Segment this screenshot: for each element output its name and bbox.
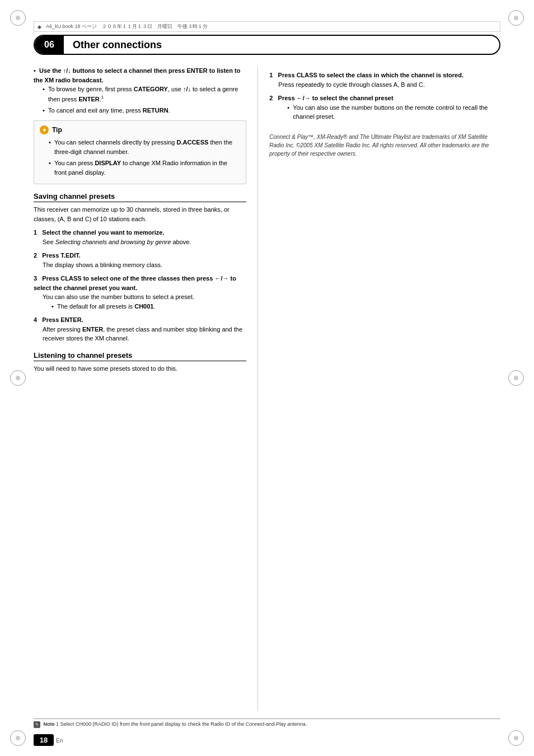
step-3-default: The default for all presets is CH001. (51, 302, 246, 311)
step-2-title: Press T.EDIT. (42, 252, 80, 259)
step-1-body: See Selecting channels and browsing by g… (43, 237, 246, 247)
corner-mark-br (508, 730, 524, 746)
right-step-1-body: Press repeatedly to cycle through classe… (278, 80, 500, 90)
note-icon: ✎ (34, 721, 40, 728)
chapter-title: Other connections (64, 39, 162, 51)
step-1-number: 1 (34, 229, 42, 236)
listening-intro: You will need to have some presets store… (34, 364, 246, 374)
tip-bullet-1: You can select channels directly by pres… (49, 138, 240, 156)
sub-bullet-2: To cancel and exit any time, press RETUR… (43, 106, 246, 115)
right-column: 1 Press CLASS to select the class in whi… (257, 66, 500, 711)
step-4-body: After pressing ENTER, the preset class a… (43, 325, 246, 343)
step-3: 3 Press CLASS to select one of the three… (34, 274, 246, 311)
corner-mark-mr (508, 370, 524, 386)
tip-header: ✦ Tip (40, 125, 240, 134)
step-3-body: You can also use the number buttons to s… (43, 292, 246, 311)
step-4-title: Press ENTER. (42, 316, 83, 323)
step-3-title: Press CLASS to select one of the three c… (34, 275, 236, 291)
corner-mark-ml (10, 370, 26, 386)
file-bar-text: A6_kU.book 18 ページ ２０６年１１月１３日 月曜日 午後３時１分 (46, 23, 208, 30)
sub-bullet-list: To browse by genre, first press CATEGORY… (43, 85, 246, 115)
corner-mark-bl (10, 730, 26, 746)
note-section: ✎ Note 1 Select CH000 (RADIO ID) from th… (34, 718, 500, 728)
right-step-1-title: Press CLASS to select the class in which… (278, 72, 463, 78)
file-bar-arrow: ◆ (38, 24, 41, 30)
chapter-header: 06 Other connections (34, 35, 500, 55)
sub-bullet-1: To browse by genre, first press CATEGORY… (43, 85, 246, 104)
trademark-text: Connect & Play™, XM-Ready® and The Ultim… (269, 133, 500, 158)
content-area: • Use the ↑/↓ buttons to select a channe… (34, 66, 500, 711)
step-3-number: 3 (34, 275, 42, 282)
tip-bullets: You can select channels directly by pres… (49, 138, 240, 177)
right-step-2-bullets: You can also use the number buttons on t… (287, 103, 500, 122)
corner-mark-tl (10, 10, 26, 26)
file-bar: ◆ A6_kU.book 18 ページ ２０６年１１月１３日 月曜日 午後３時１… (34, 21, 500, 32)
right-step-2-number: 2 (269, 95, 278, 101)
right-step-2-body: You can also use the number buttons on t… (278, 103, 500, 122)
note-label: Note (44, 721, 55, 727)
right-step-1: 1 Press CLASS to select the class in whi… (269, 71, 500, 89)
saving-heading: Saving channel presets (34, 192, 246, 202)
right-step-2: 2 Press ←/→ to select the channel preset… (269, 94, 500, 122)
step-2-body: The display shows a blinking memory clas… (43, 260, 246, 270)
step-4-number: 4 (34, 316, 42, 323)
right-step-2-bullet-1: You can also use the number buttons on t… (287, 103, 500, 122)
step-2-number: 2 (34, 252, 42, 259)
tip-bullet-2: You can press DISPLAY to change XM Radio… (49, 158, 240, 177)
note-text: 1 Select CH000 (RADIO ID) from the front… (56, 721, 307, 727)
main-bullet-block: • Use the ↑/↓ buttons to select a channe… (34, 66, 246, 115)
tip-label: Tip (52, 126, 62, 134)
chapter-number: 06 (35, 36, 64, 54)
step-3-sub: The default for all presets is CH001. (51, 302, 246, 311)
step-1: 1 Select the channel you want to memoriz… (34, 228, 246, 246)
page-number: 18 (34, 734, 54, 746)
tip-box: ✦ Tip You can select channels directly b… (34, 120, 246, 184)
right-step-2-title: Press ←/→ to select the channel preset (278, 95, 394, 101)
listening-heading: Listening to channel presets (34, 351, 246, 361)
main-bullet-text: Use the ↑/↓ buttons to select a channel … (34, 67, 240, 83)
left-column: • Use the ↑/↓ buttons to select a channe… (34, 66, 257, 711)
page-lang: En (56, 738, 63, 744)
tip-icon: ✦ (40, 125, 49, 134)
step-2: 2 Press T.EDIT. The display shows a blin… (34, 251, 246, 269)
corner-mark-tr (508, 10, 524, 26)
right-step-1-number: 1 (269, 72, 278, 78)
saving-intro: This receiver can memorize up to 30 chan… (34, 205, 246, 223)
step-4: 4 Press ENTER. After pressing ENTER, the… (34, 315, 246, 343)
step-1-title: Select the channel you want to memorize. (42, 229, 164, 236)
